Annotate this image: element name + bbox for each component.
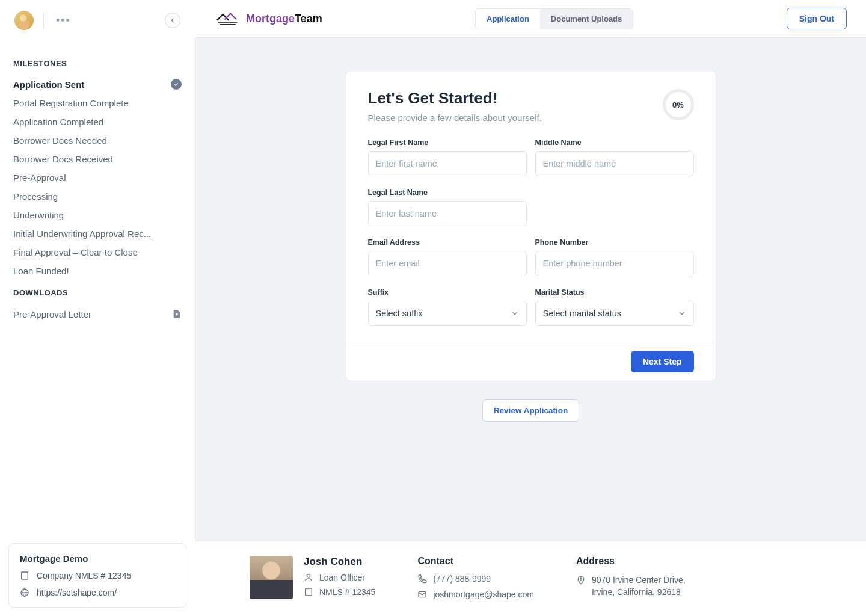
milestone-item[interactable]: Final Approval – Clear to Close: [13, 247, 182, 257]
company-website: https://setshape.com/: [37, 588, 117, 597]
milestone-label: Application Completed: [13, 117, 103, 127]
sidebar: ••• MILESTONES Application Sent Portal R…: [0, 0, 195, 616]
company-website-row[interactable]: https://setshape.com/: [20, 588, 175, 597]
last-name-label: Legal Last Name: [368, 188, 527, 197]
email-input[interactable]: [368, 251, 527, 276]
svg-point-10: [307, 574, 310, 578]
tab-application[interactable]: Application: [476, 9, 540, 29]
building-icon: [304, 587, 313, 597]
topbar: MortgageTeam Application Document Upload…: [195, 0, 866, 38]
person-icon: [304, 573, 313, 582]
milestone-item[interactable]: Processing: [13, 191, 182, 202]
milestone-item[interactable]: Pre-Approval: [13, 173, 182, 183]
milestone-label: Final Approval – Clear to Close: [13, 247, 138, 257]
mail-icon: [417, 590, 427, 599]
company-name: Mortgage Demo: [20, 553, 175, 564]
milestone-label: Underwriting: [13, 210, 64, 220]
sign-out-button[interactable]: Sign Out: [787, 8, 847, 29]
middle-name-label: Middle Name: [535, 138, 694, 147]
contact-email: joshmortgage@shape.com: [433, 590, 534, 599]
footer: Josh Cohen Loan Officer NMLS # 12345 Con…: [195, 541, 866, 616]
chevron-down-icon: [678, 309, 686, 318]
chevron-down-icon: [511, 309, 519, 318]
milestone-label: Borrower Docs Needed: [13, 135, 107, 146]
card-title: Let's Get Started!: [368, 89, 542, 108]
milestone-item[interactable]: Application Completed: [13, 117, 182, 127]
first-name-input[interactable]: [368, 151, 527, 176]
phone-input[interactable]: [535, 251, 694, 276]
globe-icon: [20, 588, 29, 597]
first-name-label: Legal First Name: [368, 138, 527, 147]
main: MortgageTeam Application Document Upload…: [195, 0, 866, 616]
milestone-label: Borrower Docs Received: [13, 154, 113, 164]
marital-select[interactable]: Select marital status: [535, 301, 694, 326]
milestone-item[interactable]: Borrower Docs Received: [13, 154, 182, 164]
address-text: 9070 Irvine Center Drive, Irvine, Califo…: [592, 574, 706, 599]
milestones-list: Application Sent Portal Registration Com…: [13, 79, 182, 276]
form-card: Let's Get Started! Please provide a few …: [346, 70, 716, 381]
user-avatar[interactable]: [14, 11, 34, 30]
card-subtitle: Please provide a few details about yours…: [368, 112, 542, 123]
brand-logo: MortgageTeam: [215, 10, 322, 27]
loan-officer-title: Loan Officer: [319, 573, 365, 582]
milestone-label: Loan Funded!: [13, 266, 69, 276]
more-menu-button[interactable]: •••: [54, 12, 73, 29]
loan-officer-photo: [250, 556, 293, 599]
milestone-label: Processing: [13, 191, 58, 202]
location-icon: [576, 575, 586, 585]
building-icon: [20, 571, 29, 581]
file-download-icon: [172, 308, 182, 320]
milestone-item[interactable]: Underwriting: [13, 210, 182, 220]
tab-switch: Application Document Uploads: [475, 8, 633, 29]
marital-selected: Select marital status: [543, 309, 622, 318]
company-nmls-row: Company NMLS # 12345: [20, 571, 175, 581]
milestone-item[interactable]: Application Sent: [13, 79, 182, 90]
milestone-item[interactable]: Loan Funded!: [13, 266, 182, 276]
svg-rect-0: [22, 572, 28, 579]
suffix-select[interactable]: Select suffix: [368, 301, 527, 326]
suffix-label: Suffix: [368, 288, 527, 297]
tab-document-uploads[interactable]: Document Uploads: [540, 9, 633, 29]
phone-icon: [417, 574, 427, 584]
check-icon: [171, 79, 182, 90]
address-heading: Address: [576, 556, 706, 567]
milestone-item[interactable]: Initial Underwriting Approval Rec...: [13, 229, 182, 239]
next-step-button[interactable]: Next Step: [631, 351, 694, 372]
milestone-label: Pre-Approval: [13, 173, 66, 183]
middle-name-input[interactable]: [535, 151, 694, 176]
email-label: Email Address: [368, 238, 527, 247]
loan-officer-nmls-row: NMLS # 12345: [304, 587, 375, 597]
svg-point-13: [580, 578, 582, 580]
milestone-label: Application Sent: [13, 79, 84, 90]
milestone-item[interactable]: Borrower Docs Needed: [13, 135, 182, 146]
review-application-button[interactable]: Review Application: [482, 399, 579, 422]
svg-rect-11: [306, 588, 312, 596]
milestone-label: Portal Registration Complete: [13, 98, 129, 108]
house-logo-icon: [215, 10, 241, 27]
contact-email-row[interactable]: joshmortgage@shape.com: [417, 590, 534, 599]
progress-indicator: 0%: [663, 89, 694, 120]
loan-officer-nmls: NMLS # 12345: [319, 587, 375, 597]
milestone-label: Initial Underwriting Approval Rec...: [13, 229, 151, 239]
download-label: Pre-Approval Letter: [13, 309, 91, 319]
phone-label: Phone Number: [535, 238, 694, 247]
loan-officer-name: Josh Cohen: [304, 556, 375, 568]
contact-heading: Contact: [417, 556, 534, 567]
divider: [43, 13, 44, 28]
contact-phone-row[interactable]: (777) 888-9999: [417, 574, 534, 584]
collapse-sidebar-button[interactable]: [165, 13, 180, 28]
brand-text: MortgageTeam: [246, 13, 322, 25]
downloads-heading: DOWNLOADS: [13, 288, 182, 297]
download-item[interactable]: Pre-Approval Letter: [13, 308, 182, 320]
milestone-item[interactable]: Portal Registration Complete: [13, 98, 182, 108]
contact-phone: (777) 888-9999: [433, 574, 491, 584]
company-nmls: Company NMLS # 12345: [37, 571, 131, 581]
company-card: Mortgage Demo Company NMLS # 12345 https…: [8, 543, 186, 608]
loan-officer-title-row: Loan Officer: [304, 573, 375, 582]
suffix-selected: Select suffix: [376, 309, 423, 318]
last-name-input[interactable]: [368, 201, 527, 226]
marital-label: Marital Status: [535, 288, 694, 297]
milestones-heading: MILESTONES: [13, 59, 182, 68]
